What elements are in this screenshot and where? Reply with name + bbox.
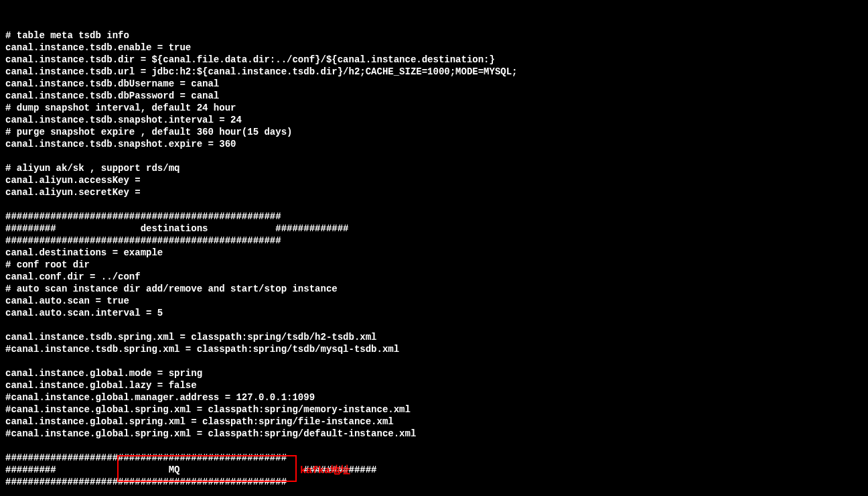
config-line: ########################################… xyxy=(5,210,863,223)
config-line: canal.auto.scan.interval = 5 xyxy=(5,307,863,319)
config-line: canal.conf.dir = ../conf xyxy=(5,271,863,283)
config-line xyxy=(5,198,863,210)
terminal-output[interactable]: # table meta tsdb infocanal.instance.tsd… xyxy=(5,5,863,496)
config-line: ######### destinations ############# xyxy=(5,223,863,235)
config-line: canal.instance.global.spring.xml = class… xyxy=(5,416,863,428)
config-line: #canal.instance.global.spring.xml = clas… xyxy=(5,404,863,416)
config-line: canal.instance.tsdb.dbUsername = canal xyxy=(5,78,863,90)
config-line: # aliyun ak/sk , support rds/mq xyxy=(5,162,863,174)
config-line: canal.instance.global.mode = spring xyxy=(5,367,863,379)
config-line: # purge snapshot expire , default 360 ho… xyxy=(5,126,863,138)
config-line: canal.instance.tsdb.url = jdbc:h2:${cana… xyxy=(5,66,863,78)
config-line: canal.auto.scan = true xyxy=(5,295,863,307)
config-line: ######### MQ ############# xyxy=(5,464,863,476)
config-line: #canal.instance.global.spring.xml = clas… xyxy=(5,428,863,440)
config-line: ########################################… xyxy=(5,235,863,247)
config-line: canal.instance.tsdb.spring.xml = classpa… xyxy=(5,331,863,343)
config-line: canal.instance.tsdb.dbPassword = canal xyxy=(5,90,863,102)
config-line: #canal.instance.global.manager.address =… xyxy=(5,391,863,404)
config-line: #canal.instance.tsdb.spring.xml = classp… xyxy=(5,343,863,355)
config-line: canal.instance.tsdb.dir = ${canal.file.d… xyxy=(5,54,863,66)
config-line: # table meta tsdb info xyxy=(5,29,863,42)
config-line xyxy=(5,355,863,367)
config-line xyxy=(5,440,863,452)
config-line: ########################################… xyxy=(5,476,863,488)
config-line: canal.aliyun.secretKey = xyxy=(5,186,863,198)
config-line: canal.aliyun.accessKey = xyxy=(5,174,863,186)
config-line: ########################################… xyxy=(5,452,863,464)
config-line: # auto scan instance dir add/remove and … xyxy=(5,283,863,295)
config-line: canal.instance.tsdb.enable = true xyxy=(5,42,863,54)
config-line: # dump snapshot interval, default 24 hou… xyxy=(5,102,863,114)
config-line: # conf root dir xyxy=(5,259,863,271)
config-line: canal.instance.tsdb.snapshot.expire = 36… xyxy=(5,138,863,150)
config-line: canal.instance.tsdb.snapshot.interval = … xyxy=(5,114,863,126)
config-line xyxy=(5,319,863,331)
config-line: canal.instance.global.lazy = false xyxy=(5,379,863,391)
config-line xyxy=(5,150,863,162)
config-line: canal.destinations = example xyxy=(5,247,863,259)
